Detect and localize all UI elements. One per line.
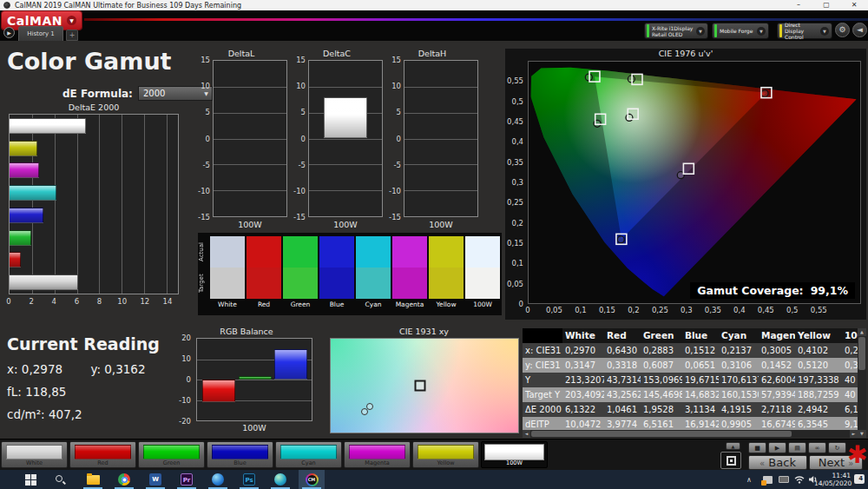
- cd-value: 407,2: [49, 407, 82, 421]
- table-header-cell: Blue: [682, 328, 719, 343]
- taskbar-file-explorer[interactable]: [80, 470, 106, 489]
- pattern-button-yellow[interactable]: Yellow: [412, 441, 479, 468]
- stop-icon[interactable]: ■: [748, 442, 766, 453]
- wifi-icon[interactable]: [792, 470, 806, 489]
- taskbar-calman-active[interactable]: [299, 470, 325, 489]
- axis-tick-label: 4: [52, 297, 56, 306]
- axis-tick-label: 0,5: [511, 97, 523, 106]
- table-cell: 40: [842, 387, 858, 402]
- chart-plot: [404, 60, 478, 217]
- table-header-cell: Red: [604, 328, 641, 343]
- pattern-button-magenta[interactable]: Magenta: [344, 441, 411, 468]
- axis-tick-label: 0,2: [628, 306, 640, 314]
- pattern-button-100w[interactable]: 100W: [481, 441, 548, 468]
- folder-icon: [87, 475, 100, 485]
- pattern-button-blue[interactable]: Blue: [207, 441, 273, 468]
- y-value: 0,3162: [104, 362, 145, 376]
- swatch-row-label: Actual: [198, 236, 208, 268]
- minimize-button[interactable]: –: [790, 0, 807, 10]
- save-icon[interactable]: ▤: [788, 442, 806, 453]
- table-cell: 0,1512: [682, 343, 719, 358]
- taskbar-chrome[interactable]: [111, 470, 137, 489]
- taskbar-search-button[interactable]: [47, 470, 73, 489]
- axis-tick-label: 0: [6, 297, 10, 306]
- tray-display-icon[interactable]: [777, 470, 791, 489]
- grid-line: [214, 113, 286, 114]
- link-icon[interactable]: ∞: [808, 442, 826, 453]
- pattern-color-chip: [280, 445, 337, 459]
- gear-icon[interactable]: ⚙: [835, 23, 850, 37]
- scrollbar-thumb[interactable]: [858, 337, 865, 370]
- target-swatch: [319, 268, 354, 299]
- scrollbar-thumb[interactable]: [531, 431, 792, 437]
- pattern-button-cyan[interactable]: Cyan: [275, 441, 342, 468]
- axis-tick-label: -10: [389, 187, 401, 195]
- axis-tick-label: 0,35: [705, 306, 721, 314]
- axis-tick-label: 0,15: [599, 306, 615, 314]
- window-badge-icon: [763, 476, 773, 484]
- vertical-scrollbar[interactable]: ▲ ▼: [858, 328, 866, 438]
- device-dropdown-2[interactable]: Mobile Forge▼: [712, 23, 769, 39]
- play-workflow-button[interactable]: ▶: [3, 27, 15, 38]
- taskbar-word[interactable]: W: [142, 470, 168, 489]
- speaker-icon[interactable]: ◄: [852, 23, 867, 37]
- scroll-down-icon[interactable]: ▼: [858, 430, 866, 438]
- grid-line: [309, 87, 382, 88]
- table-cell: 0,3: [842, 358, 858, 373]
- back-button[interactable]: « Back: [748, 455, 807, 470]
- notification-center-icon[interactable]: 4: [854, 474, 865, 484]
- x-label: x:: [7, 362, 18, 376]
- axis-tick-label: -10: [293, 187, 306, 195]
- pattern-button-white[interactable]: White: [1, 441, 68, 468]
- play-icon[interactable]: ▶: [768, 442, 786, 453]
- eject-icon[interactable]: ▲: [726, 442, 740, 450]
- table-row: Target Y203,409243,2562145,469814,683216…: [523, 387, 858, 402]
- swatch-column-red: Red: [247, 236, 281, 308]
- deltac-chart: DeltaC 151050-5-10-15 100W: [288, 49, 385, 236]
- bar-blue: [10, 208, 43, 223]
- taskbar-app-sphere[interactable]: [205, 470, 231, 489]
- add-tab-button[interactable]: +: [66, 30, 78, 41]
- table-cell: 0,2: [842, 343, 858, 358]
- table-cell: 6,1322: [562, 402, 604, 417]
- row-label: x: CIE31: [523, 343, 562, 358]
- windows-logo-icon: [25, 474, 36, 486]
- scroll-up-icon[interactable]: ▲: [858, 328, 866, 336]
- calman-icon: [306, 473, 319, 486]
- device-dropdown-3[interactable]: Direct Display Control▼: [777, 23, 832, 39]
- horizontal-scrollbar[interactable]: ◄ ►: [523, 430, 858, 438]
- measurement-table-panel: WhiteRedGreenBlueCyanMagentaYellow100Wx:…: [523, 328, 866, 438]
- axis-tick-label: 0,55: [507, 76, 523, 85]
- grid-line: [144, 115, 145, 294]
- pattern-button-green[interactable]: Green: [138, 441, 205, 468]
- scroll-right-icon[interactable]: ►: [850, 430, 858, 438]
- tab-history-1[interactable]: History 1: [18, 26, 63, 41]
- notification-badge: 4: [858, 474, 865, 484]
- swatch-column-cyan: Cyan: [356, 236, 391, 308]
- table-cell: 3,1134: [682, 402, 719, 417]
- taskbar-photoshop[interactable]: Ps: [236, 470, 262, 489]
- pattern-label: Cyan: [276, 459, 341, 466]
- taskbar-app-sphere-2[interactable]: [267, 470, 293, 489]
- pattern-color-chip: [212, 445, 268, 459]
- meter-target-button[interactable]: [720, 452, 741, 469]
- close-button[interactable]: ✕: [845, 0, 863, 10]
- refresh-icon[interactable]: ↻: [828, 442, 846, 453]
- pattern-color-chip: [143, 445, 200, 459]
- busy-indicator-icon: ✱: [847, 439, 867, 471]
- swatch-column-blue: Blue: [319, 236, 354, 308]
- maximize-button[interactable]: ▢: [818, 0, 835, 10]
- tray-app-icon[interactable]: [760, 470, 774, 489]
- tray-expand-icon[interactable]: ∧: [743, 470, 755, 489]
- scroll-left-icon[interactable]: ◄: [523, 430, 530, 438]
- device-dropdown-1[interactable]: X-Rite i1Display Retail OLED▼: [644, 23, 708, 39]
- table-cell: 0,2137: [719, 343, 759, 358]
- reading-cdm2: cd/m²: 407,2: [7, 407, 172, 421]
- taskbar-clock[interactable]: 11:41 14/05/2020: [814, 472, 851, 487]
- table-row: x: CIE310,29700,64300,28830,15120,21370,…: [523, 343, 858, 358]
- y-axis: 151050-5-10-15: [384, 60, 403, 217]
- start-button[interactable]: [17, 470, 43, 489]
- taskbar-premiere[interactable]: Pr: [174, 470, 200, 489]
- axis-tick-label: 10: [117, 297, 127, 306]
- pattern-button-red[interactable]: Red: [69, 441, 136, 468]
